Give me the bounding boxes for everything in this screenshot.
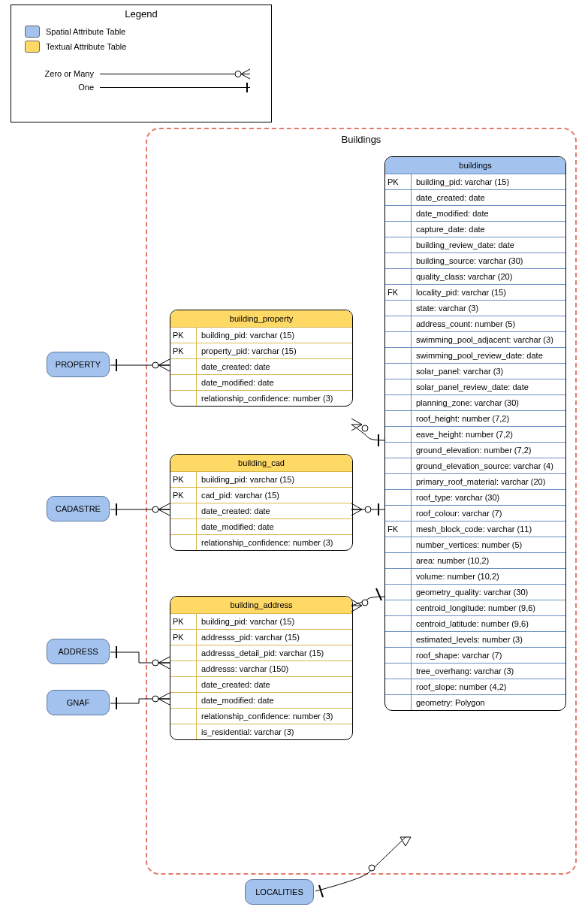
table-row: estimated_levels: number (3)	[385, 631, 565, 647]
table-row: roof_type: varchar (30)	[385, 489, 565, 505]
table-row: PKbuilding_pid: varchar (15)	[385, 174, 565, 189]
row-key	[170, 692, 197, 708]
row-value: date_modified: date	[197, 518, 352, 534]
row-value: mesh_block_code: varchar (11)	[412, 521, 565, 537]
row-value: roof_slope: number (4,2)	[412, 679, 565, 694]
row-key	[385, 679, 412, 694]
legend-one-line-icon	[100, 87, 250, 88]
table-row: date_modified: date	[170, 518, 352, 534]
row-value: estimated_levels: number (3)	[412, 631, 565, 647]
row-key	[385, 663, 412, 679]
row-key: PK	[385, 174, 412, 189]
row-value: property_pid: varchar (15)	[197, 343, 352, 358]
svg-point-0	[235, 71, 241, 77]
row-value: state: varchar (3)	[412, 300, 565, 316]
table-row: PKproperty_pid: varchar (15)	[170, 343, 352, 358]
row-value: tree_overhang: varchar (3)	[412, 663, 565, 679]
legend-zeromany-row: Zero or Many	[25, 69, 271, 78]
table-row: date_created: date	[385, 189, 565, 205]
table-row: addresss_detail_pid: varchar (15)	[170, 645, 352, 661]
table-row: building_source: varchar (30)	[385, 252, 565, 268]
row-key	[170, 708, 197, 724]
row-key: PK	[170, 471, 197, 487]
row-key	[385, 347, 412, 363]
svg-line-47	[319, 885, 323, 897]
table-row: tree_overhang: varchar (3)	[385, 663, 565, 679]
row-key: PK	[170, 343, 197, 358]
table-row: planning_zone: varchar (30)	[385, 395, 565, 410]
row-key: FK	[385, 284, 412, 300]
table-row: address_count: number (5)	[385, 316, 565, 331]
row-key	[385, 694, 412, 710]
table-building-cad: building_cad PKbuilding_pid: varchar (15…	[170, 454, 353, 551]
row-value: building_pid: varchar (15)	[412, 174, 565, 189]
row-key	[385, 442, 412, 458]
table-row: volume: number (10,2)	[385, 568, 565, 584]
table-row: relationship_confidence: number (3)	[170, 534, 352, 550]
row-key	[170, 645, 197, 661]
row-value: swimming_pool_review_date: date	[412, 347, 565, 363]
row-value: date_created: date	[412, 189, 565, 205]
table-row: date_modified: date	[385, 205, 565, 221]
row-value: roof_height: number (7,2)	[412, 410, 565, 426]
row-key	[385, 300, 412, 316]
row-value: locality_pid: varchar (15)	[412, 284, 565, 300]
row-key	[385, 426, 412, 442]
table-row: roof_height: number (7,2)	[385, 410, 565, 426]
table-building-property: building_property PKbuilding_pid: varcha…	[170, 310, 353, 407]
row-value: roof_colour: varchar (7)	[412, 505, 565, 521]
table-row: centroid_latitude: number (9,6)	[385, 615, 565, 631]
row-key	[385, 205, 412, 221]
table-row: geometry_quality: varchar (30)	[385, 584, 565, 600]
row-key	[385, 237, 412, 252]
entity-cadastre: CADASTRE	[47, 496, 110, 521]
table-row: state: varchar (3)	[385, 300, 565, 316]
legend-spatial-label: Spatial Attribute Table	[46, 27, 125, 36]
row-value: capture_date: date	[412, 221, 565, 237]
row-key	[385, 584, 412, 600]
table-row: solar_panel_review_date: date	[385, 379, 565, 395]
table-building-property-rows: PKbuilding_pid: varchar (15)PKproperty_p…	[170, 327, 352, 406]
table-buildings: buildings PKbuilding_pid: varchar (15)da…	[384, 156, 566, 711]
row-value: cad_pid: varchar (15)	[197, 487, 352, 503]
row-value: date_created: date	[197, 503, 352, 518]
entity-localities: LOCALITIES	[245, 879, 314, 905]
row-value: solar_panel: varchar (3)	[412, 363, 565, 379]
row-key	[170, 390, 197, 406]
row-key	[385, 268, 412, 284]
row-value: eave_height: number (7,2)	[412, 426, 565, 442]
row-key	[385, 363, 412, 379]
row-key	[385, 537, 412, 552]
row-value: date_created: date	[197, 358, 352, 374]
row-value: number_vertices: number (5)	[412, 537, 565, 552]
table-row: ground_elevation: number (7,2)	[385, 442, 565, 458]
table-row: is_residential: varchar (3)	[170, 724, 352, 739]
table-row: centroid_longitude: number (9,6)	[385, 600, 565, 615]
table-row: primary_roof_material: varchar (20)	[385, 473, 565, 489]
table-building-cad-rows: PKbuilding_pid: varchar (15)PKcad_pid: v…	[170, 471, 352, 550]
row-value: geometry_quality: varchar (30)	[412, 584, 565, 600]
table-row: building_review_date: date	[385, 237, 565, 252]
row-value: building_review_date: date	[412, 237, 565, 252]
svg-line-1	[241, 69, 250, 74]
row-key	[385, 568, 412, 584]
row-key	[385, 316, 412, 331]
row-key	[170, 358, 197, 374]
table-row: area: number (10,2)	[385, 552, 565, 568]
row-value: date_modified: date	[197, 692, 352, 708]
table-row: date_created: date	[170, 676, 352, 692]
row-value: geometry: Polygon	[412, 694, 565, 710]
table-row: relationship_confidence: number (3)	[170, 708, 352, 724]
row-key	[170, 661, 197, 676]
legend-one-label: One	[25, 83, 94, 92]
spatial-swatch-icon	[25, 26, 40, 38]
entity-gnaf: GNAF	[47, 690, 110, 715]
row-value: addresss: varchar (150)	[197, 661, 352, 676]
row-value: roof_type: varchar (30)	[412, 489, 565, 505]
row-value: roof_shape: varchar (7)	[412, 647, 565, 663]
row-key	[385, 647, 412, 663]
row-key: PK	[170, 487, 197, 503]
table-row: PKcad_pid: varchar (15)	[170, 487, 352, 503]
row-key	[170, 534, 197, 550]
row-key	[385, 552, 412, 568]
